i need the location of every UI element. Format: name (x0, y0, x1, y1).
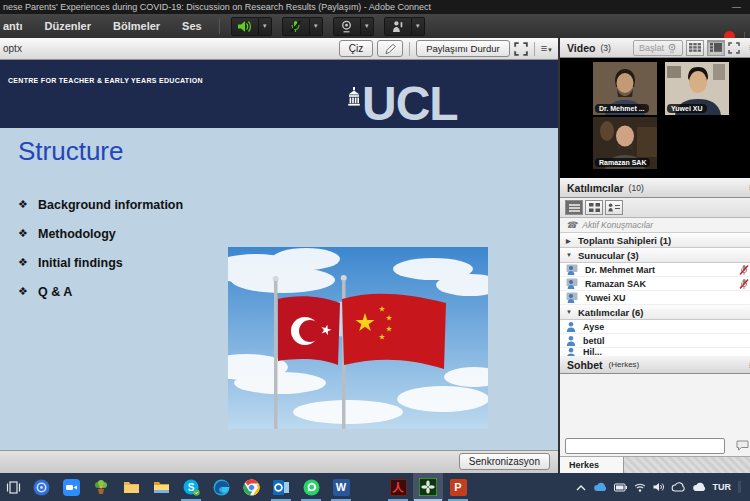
menu-pods[interactable]: Bölmeler (102, 20, 171, 32)
skype-icon: S (183, 479, 200, 496)
minimize-icon[interactable]: — (732, 0, 741, 14)
taskbar-app-chrome[interactable] (236, 473, 266, 501)
group-presenters[interactable]: ▼ Sunucular (3) (560, 248, 750, 263)
taskbar-app-adobe-connect[interactable] (413, 473, 443, 501)
status-raise-hand-button[interactable] (384, 17, 412, 36)
webcam-icon (340, 20, 353, 33)
participant-icon (566, 321, 576, 332)
chat-bubble-icon[interactable] (736, 440, 749, 451)
taskbar-app-outlook[interactable] (266, 473, 296, 501)
onedrive-cloud-icon[interactable] (671, 482, 685, 492)
video-pod: Video (3) Başlat (560, 38, 750, 178)
diamond-bullet-icon: ❖ (18, 285, 38, 298)
diamond-bullet-icon: ❖ (18, 256, 38, 269)
pointer-pen-button[interactable] (377, 40, 403, 57)
video-tile[interactable]: Yuwei XU (665, 62, 729, 115)
taskbar-app-acrobat[interactable]: 人 (383, 473, 413, 501)
speaker-dropdown[interactable]: ▼ (259, 17, 272, 36)
chat-message-area (560, 374, 750, 437)
speaker-icon (237, 20, 252, 33)
draw-button[interactable]: Çiz (339, 40, 373, 57)
taskbar-app-skype[interactable]: S (176, 473, 206, 501)
bullet-text: Q & A (38, 285, 72, 299)
attendee-name: Ramazan SAK (585, 279, 646, 289)
start-webcam-button[interactable]: Başlat (633, 40, 683, 56)
microphone-dropdown[interactable]: ▼ (310, 17, 323, 36)
attendee-row[interactable]: Dr. Mehmet Mart (560, 263, 750, 277)
file-explorer-icon (153, 480, 170, 494)
ucl-logo-text: UCL (362, 78, 458, 130)
taskbar-app-blue-circle[interactable] (26, 473, 56, 501)
bullet-item: ❖ Methodology (18, 219, 183, 248)
grid-view-button[interactable] (686, 40, 704, 56)
stop-sharing-button[interactable]: Paylaşımı Durdur (416, 40, 509, 57)
attendee-row[interactable]: Ramazan SAK (560, 277, 750, 291)
bullet-text: Methodology (38, 227, 116, 241)
chat-tab-everyone[interactable]: Herkes (560, 457, 624, 473)
attendee-row[interactable]: Hil... (560, 348, 750, 356)
share-pod-footer: Senkronizasyon (0, 450, 558, 473)
taskbar-app-whatsapp[interactable] (296, 473, 326, 501)
slide-top-band (0, 60, 558, 128)
list-view-button[interactable] (565, 200, 583, 215)
status-view-icon (608, 203, 620, 212)
speaker-button[interactable] (231, 17, 259, 36)
video-tile[interactable]: Dr. Mehmet ... (593, 62, 657, 115)
shared-filename: optx (3, 43, 22, 54)
plant-app-icon (93, 479, 109, 495)
status-dropdown[interactable]: ▼ (412, 17, 425, 36)
webcam-dropdown[interactable]: ▼ (361, 17, 374, 36)
presenter-icon (566, 264, 578, 275)
menu-meeting[interactable]: antı (0, 20, 34, 32)
grid-view-icon (689, 43, 701, 52)
turkish-flag (278, 296, 340, 365)
chat-input[interactable] (565, 438, 725, 454)
window-title: nese Parents' Experiences during COVID-1… (3, 2, 431, 12)
pen-icon (384, 43, 396, 55)
attendee-row[interactable]: betül (560, 334, 750, 348)
video-tile[interactable]: Ramazan SAK (593, 117, 657, 169)
breakout-view-button[interactable] (585, 200, 603, 215)
volume-icon[interactable] (653, 482, 664, 492)
taskbar-app-zoom[interactable] (56, 473, 86, 501)
taskbar-app-plant[interactable] (86, 473, 116, 501)
group-participants[interactable]: ▼ Katılımcılar (6) (560, 305, 750, 320)
wifi-icon[interactable] (634, 483, 646, 492)
pod-menu-icon[interactable]: ≡▼ (541, 43, 553, 55)
video-fullscreen-icon[interactable] (728, 42, 740, 54)
filmstrip-view-icon (710, 43, 722, 52)
group-presenters-label: Sunucular (3) (578, 250, 639, 261)
tray-chevron-up-icon[interactable] (576, 484, 586, 491)
taskbar-app-word[interactable]: W (326, 473, 356, 501)
taskbar-app-powerpoint[interactable]: P (443, 473, 473, 501)
powerpoint-icon: P (450, 479, 467, 496)
slide-title: Structure (18, 136, 124, 167)
sync-button[interactable]: Senkronizasyon (459, 453, 550, 470)
attendee-row[interactable]: Yuwei XU (560, 291, 750, 305)
menu-layouts[interactable]: Düzenler (34, 20, 102, 32)
battery-icon[interactable] (614, 483, 627, 492)
share-pod: optx Çiz Paylaşımı Durdur ≡▼ CENT (0, 38, 558, 473)
microphone-muted-button[interactable] (282, 17, 310, 36)
attendee-row[interactable]: Ayse (560, 320, 750, 334)
cloud-sync-icon[interactable] (692, 482, 706, 492)
outlook-icon (273, 480, 290, 495)
slide-bullet-list: ❖ Background information ❖ Methodology ❖… (18, 190, 183, 306)
attendees-pod-header: Katılımcılar (10) ≡ (560, 178, 750, 198)
microphone-muted-icon (289, 20, 302, 33)
webcam-button[interactable] (333, 17, 361, 36)
status-view-button[interactable] (605, 200, 623, 215)
svg-text:S: S (187, 481, 194, 492)
taskbar-app-file-explorer[interactable] (146, 473, 176, 501)
filmstrip-view-button[interactable] (707, 40, 725, 56)
task-view-button[interactable] (0, 473, 26, 501)
onedrive-blue-cloud-icon[interactable] (593, 482, 607, 492)
fullscreen-icon[interactable] (514, 42, 528, 56)
taskbar-app-folder[interactable] (116, 473, 146, 501)
chevron-right-icon: ▶ (566, 237, 573, 244)
group-hosts[interactable]: ▶ Toplantı Sahipleri (1) (560, 233, 750, 248)
language-indicator[interactable]: TUR (713, 482, 732, 492)
menu-audio[interactable]: Ses (171, 20, 213, 32)
taskbar-app-edge[interactable] (206, 473, 236, 501)
attendee-name: Dr. Mehmet Mart (585, 265, 655, 275)
